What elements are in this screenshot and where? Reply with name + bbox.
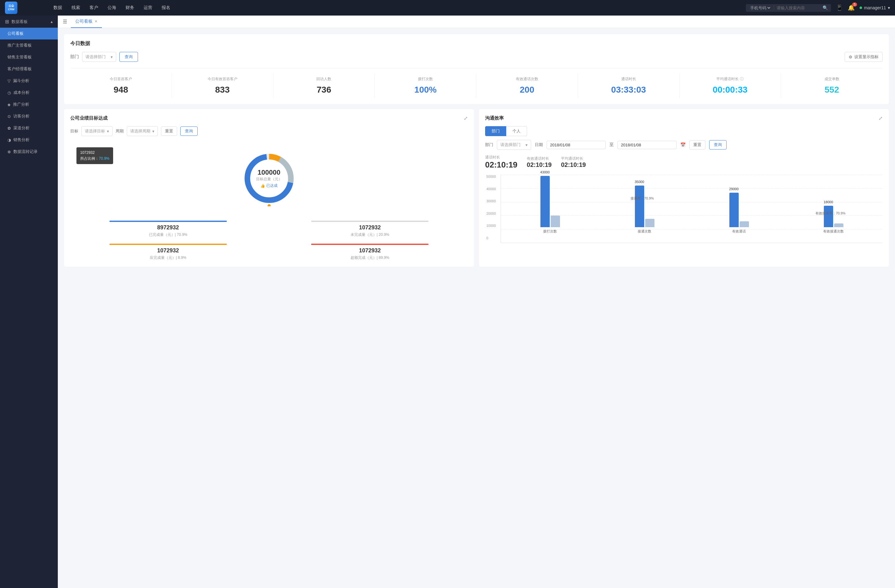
settings-display-button[interactable]: ⚙ 设置显示指标 xyxy=(845,52,883,62)
metric-label: 回访人数 xyxy=(276,76,372,82)
bar-4b[interactable] xyxy=(834,223,843,227)
bar-x-label: 拨打次数 xyxy=(543,229,557,234)
settings-icon: ⚙ xyxy=(849,55,853,59)
chevron-up-icon: ▴ xyxy=(51,19,53,24)
chevron-down-icon: ▾ xyxy=(525,142,528,147)
goal-reset-button[interactable]: 重置 xyxy=(161,126,177,136)
metric-value: 736 xyxy=(276,85,372,95)
sidebar-item-channel[interactable]: ✿ 渠道分析 xyxy=(0,122,58,134)
sidebar-item-label: 推广主管看板 xyxy=(8,42,32,48)
sidebar-item-account-manager[interactable]: 客户经理看板 xyxy=(0,63,58,75)
eff-date-to[interactable] xyxy=(617,141,677,149)
page-content: 今日数据 部门 请选择部门 ▾ 查询 ⚙ 设置显示指标 xyxy=(58,28,895,273)
dept-select-placeholder: 请选择部门 xyxy=(85,54,106,60)
eff-stat-call-duration: 通话时长 02:10:19 xyxy=(485,155,517,170)
tab-company-board[interactable]: 公司看板 ✕ xyxy=(71,15,102,28)
grid-icon: ⊞ xyxy=(5,19,9,24)
eff-stat-label: 平均通话时长 xyxy=(561,156,586,161)
eff-reset-button[interactable]: 重置 xyxy=(689,140,705,150)
annotation-effective-rate: 有效接通率：70.9% xyxy=(815,211,846,216)
sidebar-item-data-flow[interactable]: ⊕ 数据流转记录 xyxy=(0,146,58,158)
nav-finance[interactable]: 财务 xyxy=(122,3,138,12)
metric-label: 有效通话次数 xyxy=(479,76,575,82)
period-select[interactable]: 请选择周期 ▾ xyxy=(127,126,158,136)
menu-toggle-icon[interactable]: ☰ xyxy=(63,19,67,24)
metric-value: 03:33:03 xyxy=(581,85,677,95)
efficiency-panel: 沟通效率 ⤢ 部门 个人 部门 请选择部门 ▾ 日期 xyxy=(479,109,889,267)
eff-query-button[interactable]: 查询 xyxy=(709,140,727,150)
sidebar-item-promo-manager[interactable]: 推广主管看板 xyxy=(0,39,58,51)
sidebar-item-visitor[interactable]: ⊙ 访客分析 xyxy=(0,110,58,122)
today-query-button[interactable]: 查询 xyxy=(119,52,138,62)
eff-stat-avg-duration: 平均通话时长 02:10:19 xyxy=(561,156,586,168)
today-filter-left: 部门 请选择部门 ▾ 查询 xyxy=(70,52,138,62)
y-label-0: 0 xyxy=(486,236,496,240)
metric-dial-count: 拨打次数 100% xyxy=(375,73,476,98)
stat-value: 1072932 xyxy=(272,247,468,254)
search-input[interactable] xyxy=(777,6,820,10)
sidebar-item-sales-manager[interactable]: 销售主管看板 xyxy=(0,51,58,63)
expand-icon[interactable]: ⤢ xyxy=(464,115,468,121)
metric-value: 833 xyxy=(174,85,271,95)
annotation-connect-rate: 接通率：70.9% xyxy=(631,196,654,201)
bar-2b[interactable] xyxy=(645,219,654,227)
goal-panel: 公司业绩目标达成 ⤢ 目标 请选择目标 ▾ 周期 请选择周期 ▾ xyxy=(64,109,474,267)
device-icon[interactable]: 📱 xyxy=(836,5,843,11)
eff-stat-value: 02:10:19 xyxy=(527,161,552,168)
svg-point-4 xyxy=(268,204,271,206)
expand-icon[interactable]: ⤢ xyxy=(878,115,883,121)
bar-group-effective: 29000 有效通话 xyxy=(692,193,786,234)
nav-data[interactable]: 数据 xyxy=(50,3,66,12)
sidebar-item-company-board[interactable]: 公司看板 xyxy=(0,28,58,39)
goal-select[interactable]: 请选择目标 ▾ xyxy=(82,126,112,136)
metric-first-consult: 今日首咨客户 948 xyxy=(70,73,172,98)
nav-leads[interactable]: 线索 xyxy=(68,3,84,12)
metric-label: 今日有效首咨客户 xyxy=(174,76,271,82)
sidebar-item-promo-analysis[interactable]: ◈ 推广分析 xyxy=(0,99,58,110)
metric-call-duration: 通话时长 03:33:03 xyxy=(578,73,680,98)
search-icon[interactable]: 🔍 xyxy=(822,5,828,10)
sales-icon: ◑ xyxy=(8,138,11,142)
stat-bar-should xyxy=(109,244,227,245)
sidebar-item-cost[interactable]: ◷ 成本分析 xyxy=(0,87,58,99)
sidebar-item-sales-analysis[interactable]: ◑ 销售分析 xyxy=(0,134,58,146)
bar-4a[interactable] xyxy=(824,206,833,227)
notification-badge: 5 xyxy=(852,3,857,6)
chevron-down-icon: ▾ xyxy=(888,5,890,10)
bar-groups: 43000 拨打次数 xyxy=(501,175,883,234)
goal-query-button[interactable]: 查询 xyxy=(180,126,198,136)
metric-label: 平均通话时长 ⓘ xyxy=(682,76,778,82)
calendar-icon[interactable]: 📅 xyxy=(680,142,686,147)
sidebar-item-label: 销售主管看板 xyxy=(8,55,32,60)
search-type-select[interactable]: 手机号码 xyxy=(749,5,771,11)
bar-value-label: 43000 xyxy=(540,170,550,174)
sidebar-group-data-dashboard[interactable]: ⊞ 数据看板 ▴ xyxy=(0,15,58,28)
nav-signup[interactable]: 报名 xyxy=(158,3,174,12)
y-label-30000: 30000 xyxy=(486,199,496,203)
tooltip-value: 1072932 xyxy=(80,150,109,156)
sidebar-item-funnel[interactable]: ▽ 漏斗分析 xyxy=(0,75,58,87)
tab-individual[interactable]: 个人 xyxy=(506,126,527,136)
donut-tooltip: 1072932 所占比例：70.9% xyxy=(76,147,113,164)
nav-operations[interactable]: 运营 xyxy=(140,3,156,12)
dept-select[interactable]: 请选择部门 ▾ xyxy=(82,52,116,62)
nav-open-sea[interactable]: 公海 xyxy=(104,3,120,12)
chevron-down-icon: ▾ xyxy=(152,129,155,133)
user-menu[interactable]: manager11 ▾ xyxy=(860,5,890,10)
bar-2a[interactable] xyxy=(635,186,644,227)
bar-1b[interactable] xyxy=(551,215,560,227)
bar-3a[interactable] xyxy=(730,193,739,227)
eff-date-from[interactable] xyxy=(547,141,606,149)
tab-dept[interactable]: 部门 xyxy=(485,126,506,136)
user-status-dot xyxy=(860,6,862,9)
bar-1a[interactable] xyxy=(540,176,550,227)
thumb-up-icon: 👍 xyxy=(261,184,265,188)
eff-dept-select[interactable]: 请选择部门 ▾ xyxy=(497,140,531,150)
notification-icon[interactable]: 🔔 5 xyxy=(848,5,855,11)
tab-close-icon[interactable]: ✕ xyxy=(94,19,97,24)
bar-3b[interactable] xyxy=(740,221,749,227)
funnel-icon: ▽ xyxy=(8,79,11,83)
nav-customers[interactable]: 客户 xyxy=(86,3,102,12)
goal-controls: 目标 请选择目标 ▾ 周期 请选择周期 ▾ 重置 查询 xyxy=(70,126,468,136)
bar-x-label: 接通次数 xyxy=(638,229,651,234)
